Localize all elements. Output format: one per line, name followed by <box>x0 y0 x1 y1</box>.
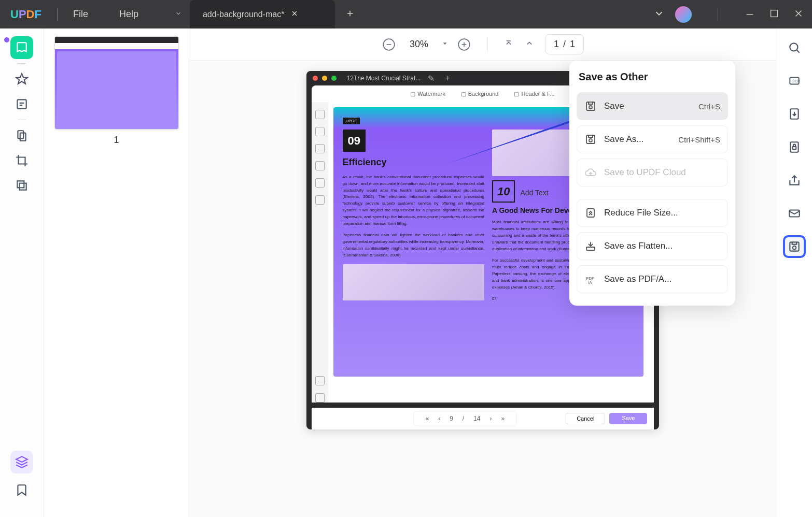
ocr-icon[interactable]: OCR <box>783 69 806 92</box>
zoom-in-icon[interactable] <box>456 37 472 52</box>
share-icon[interactable] <box>783 169 806 192</box>
left-column: 09 Efficiency As a result, the bank's co… <box>343 130 485 305</box>
mac-minimize-icon <box>322 76 327 81</box>
save-item-pdfa[interactable]: PDF/A Save as PDF/A... <box>577 265 728 293</box>
separator <box>487 37 488 52</box>
page-tool[interactable] <box>10 174 33 197</box>
current-page: 1 <box>554 39 559 50</box>
page-thumbnail-1[interactable] <box>54 36 179 130</box>
save-shortcut: Ctrl+S <box>698 102 720 111</box>
add-text-label: Add Text <box>520 187 548 198</box>
app-logo: UPDF <box>10 8 41 21</box>
left-toolbar <box>0 28 44 517</box>
inner-plus-icon: + <box>445 74 450 83</box>
cloud-icon <box>584 166 597 179</box>
close-window-icon[interactable] <box>793 8 804 21</box>
thumbnail-panel: 1 <box>44 28 189 517</box>
svg-rect-12 <box>20 183 26 190</box>
updf-badge: UPDF <box>343 118 360 124</box>
svg-point-22 <box>589 106 592 109</box>
main-area: 1 30% 1 / 1 <box>0 28 812 517</box>
menu-file[interactable]: File <box>73 9 88 20</box>
zoom-dropdown-icon[interactable] <box>441 40 449 49</box>
separator <box>18 120 26 120</box>
inner-tab-title: 12The Most Crucial Strat... <box>347 75 421 82</box>
saveas-shortcut: Ctrl+Shift+S <box>678 135 720 144</box>
divider <box>57 8 58 21</box>
close-tab-icon[interactable] <box>290 9 299 20</box>
edit-tool[interactable] <box>10 93 33 116</box>
inner-current-page: 9 <box>450 415 453 422</box>
reader-tool[interactable] <box>10 36 33 59</box>
svg-rect-35 <box>792 147 796 149</box>
section-number-09: 09 <box>343 130 366 152</box>
top-toolbar: 30% 1 / 1 <box>189 28 776 61</box>
crop-tool[interactable] <box>10 149 33 172</box>
page-indicator[interactable]: 1 / 1 <box>545 34 584 54</box>
search-icon[interactable] <box>783 36 806 59</box>
cloud-label: Save to UPDF Cloud <box>604 167 720 178</box>
save-as-other-icon[interactable] <box>783 235 806 258</box>
flatten-icon <box>584 240 597 252</box>
section-number-10: 10 <box>492 180 515 203</box>
page-nav: 1 / 1 <box>503 34 584 54</box>
minimize-icon[interactable] <box>744 8 755 21</box>
save-item-save[interactable]: Save Ctrl+S <box>577 92 728 120</box>
inner-total-pages: 14 <box>473 415 480 422</box>
convert-icon[interactable] <box>783 103 806 125</box>
mail-icon[interactable] <box>783 202 806 225</box>
svg-rect-8 <box>17 99 26 108</box>
highlight-tool[interactable] <box>10 68 33 91</box>
save-icon <box>584 100 597 112</box>
body-text: As a result, the bank's conventional doc… <box>343 174 485 227</box>
first-page-icon[interactable] <box>503 38 514 51</box>
watermark-tool: ▢ Watermark <box>410 91 445 97</box>
image-placeholder <box>343 264 485 300</box>
thumbnail-page-number: 1 <box>54 135 178 146</box>
background-tool: ▢ Background <box>461 91 499 97</box>
reduce-icon <box>584 207 597 219</box>
body-text: Paperless financial data will lighten th… <box>343 232 485 258</box>
save-item-cloud[interactable]: Save to UPDF Cloud <box>577 159 728 186</box>
user-avatar[interactable] <box>675 6 692 23</box>
bookmark-tool[interactable] <box>10 479 33 501</box>
pdfa-label: Save as PDF/A... <box>604 274 720 284</box>
new-tab-icon[interactable] <box>345 9 355 20</box>
svg-text:OCR: OCR <box>791 79 800 83</box>
inner-prev-icon: ‹ <box>438 415 440 422</box>
svg-point-38 <box>792 246 796 250</box>
svg-rect-11 <box>17 181 24 188</box>
layers-tool[interactable] <box>10 451 33 473</box>
total-pages: 1 <box>570 39 575 50</box>
header-footer-tool: ▢ Header & F... <box>514 91 554 97</box>
svg-point-29 <box>790 43 797 51</box>
inner-tool-icon <box>315 178 325 188</box>
heading-efficiency: Efficiency <box>343 155 485 170</box>
tab-list-dropdown-icon[interactable] <box>175 10 182 19</box>
save-item-reduce[interactable]: Reduce File Size... <box>577 199 728 227</box>
inner-last-icon: » <box>501 415 505 422</box>
inner-first-icon: « <box>425 415 429 422</box>
save-label: Save <box>604 101 691 111</box>
inner-cancel-button: Cancel <box>566 413 605 424</box>
titlebar: UPDF File Help add-background-mac* <box>0 0 812 28</box>
inner-tool-icon <box>315 393 325 403</box>
save-item-saveas[interactable]: Save As... Ctrl+Shift+S <box>577 125 728 153</box>
save-item-flatten[interactable]: Save as Flatten... <box>577 232 728 260</box>
svg-line-30 <box>797 50 800 53</box>
document-tab[interactable]: add-background-mac* <box>190 0 335 28</box>
menu-help[interactable]: Help <box>119 9 138 20</box>
svg-text:/A: /A <box>588 280 592 285</box>
inner-tool-icon <box>315 110 325 119</box>
svg-marker-13 <box>16 456 27 462</box>
protect-icon[interactable] <box>783 136 806 159</box>
zoom-out-icon[interactable] <box>381 37 397 52</box>
inner-tool-icon <box>315 376 325 385</box>
organize-tool[interactable] <box>10 124 33 147</box>
right-toolbar: OCR <box>776 28 812 517</box>
titlebar-right <box>653 6 812 23</box>
prev-page-icon[interactable] <box>524 38 535 51</box>
page-sep: / <box>563 39 566 50</box>
maximize-icon[interactable] <box>768 8 780 21</box>
chevron-down-icon[interactable] <box>653 8 665 21</box>
